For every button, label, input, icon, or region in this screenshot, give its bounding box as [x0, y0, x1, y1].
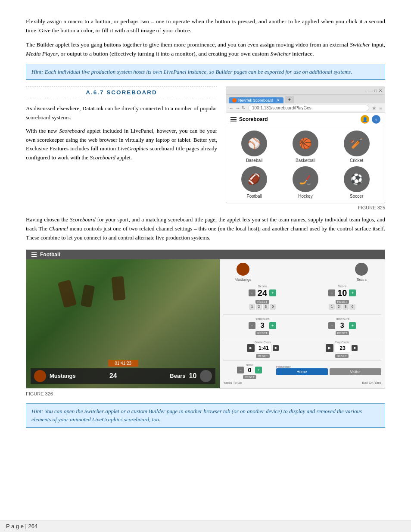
figure-326: Football 01:41:23: [26, 249, 385, 389]
down-reset-btn[interactable]: RESET: [243, 375, 256, 379]
tab-close-icon[interactable]: ✕: [277, 98, 280, 103]
away-team-label: Bears: [342, 277, 381, 282]
away-timeout-plus[interactable]: +: [349, 322, 356, 329]
section-heading: A.6.7 SCOREBOARD: [26, 87, 217, 98]
away-timeout-val: 3: [337, 322, 347, 330]
away-team-score-overlay: 10: [189, 372, 196, 380]
close-icon[interactable]: ✕: [379, 88, 382, 93]
game-clock-section: Game Clock ▶ 1:41 ■ RESET: [223, 341, 302, 358]
away-timeout-reset-btn[interactable]: RESET: [336, 331, 349, 335]
divider-2: [223, 338, 381, 338]
hamburger-menu-icon[interactable]: [230, 117, 237, 121]
game-clock-label: Game Clock: [223, 341, 302, 344]
home-score-ctrl: Score − 24 + RESET 1 2 3: [223, 284, 301, 311]
away-team-col: Bears: [342, 263, 381, 282]
home-btn-1[interactable]: 1: [249, 304, 255, 310]
game-clock-stop-btn[interactable]: ■: [273, 345, 279, 351]
football-icon: 🏈: [241, 166, 267, 192]
minimize-icon[interactable]: —: [368, 88, 373, 93]
possession-home-btn[interactable]: Home: [276, 368, 328, 375]
sport-basketball[interactable]: 🏀 Basketball: [282, 131, 330, 163]
home-timeout-val: 3: [257, 322, 268, 330]
home-icon[interactable]: ⌂: [372, 115, 380, 124]
football-video-panel: 01:41:23 Mustangs 24 Bears 10: [26, 259, 220, 388]
section-para1: As discussed elsewhere, DataLink can be …: [26, 104, 217, 122]
basketball-icon: 🏀: [293, 131, 318, 156]
down-plus[interactable]: +: [255, 367, 262, 373]
sport-football[interactable]: 🏈 Football: [230, 166, 278, 199]
section-body: As discussed elsewhere, DataLink can be …: [26, 104, 217, 162]
intro-para2: The Builder applet lets you gang buttons…: [26, 40, 385, 59]
away-score-minus[interactable]: −: [328, 289, 335, 296]
home-timeout-ctrl: − 3 +: [223, 322, 301, 330]
home-timeout-reset-btn[interactable]: RESET: [255, 331, 269, 335]
down-section: Down − 0 + RESET: [223, 364, 276, 379]
game-clock-controls: ▶ 1:41 ■: [223, 344, 302, 352]
scoreboard-header-left: Scoreboard: [230, 116, 268, 122]
cricket-icon: 🏏: [344, 131, 370, 156]
play-clock-label: Play Clock: [302, 341, 381, 344]
away-timeout-minus[interactable]: −: [328, 322, 335, 329]
intro-para1: Flexibly assign a macro to a button, or …: [26, 17, 385, 35]
football-controls-panel: Mustangs Bears Score − 24: [220, 259, 385, 388]
timeouts-row: Timeouts − 3 + RESET Timeouts − 3: [223, 317, 381, 335]
hint-box-1: Hint: Each individual live production sy…: [26, 64, 385, 80]
possession-visitor-btn[interactable]: Visitor: [330, 368, 381, 375]
sports-grid: ⚾ Baseball 🏀 Basketball 🏏 Cricket 🏈 Foot…: [226, 126, 385, 203]
football-label: Football: [247, 194, 262, 199]
page-number: P a g e | 264: [6, 523, 37, 529]
home-team-label: Mustangs: [223, 277, 263, 282]
play-clock-reset-btn[interactable]: RESET: [335, 354, 349, 358]
down-label: Down: [223, 364, 276, 367]
spacer: [263, 263, 342, 282]
home-btn-3[interactable]: 3: [263, 304, 269, 310]
sport-baseball[interactable]: ⚾ Baseball: [230, 131, 278, 163]
home-timeout-minus[interactable]: −: [249, 322, 255, 329]
play-clock-play-btn[interactable]: ▶: [326, 344, 333, 352]
home-score-minus[interactable]: −: [249, 289, 255, 296]
sport-cricket[interactable]: 🏏 Cricket: [333, 131, 380, 163]
browser-toolbar: ← → ↻ 100.1.131/scoreboard/PlayGes ★ ≡: [226, 103, 385, 113]
down-minus[interactable]: −: [237, 367, 244, 373]
football-hamburger-icon[interactable]: [31, 252, 37, 257]
away-btn-6[interactable]: 6: [349, 304, 355, 310]
home-score-reset-btn[interactable]: RESET: [255, 300, 269, 304]
game-clock-play-btn[interactable]: ▶: [247, 344, 255, 352]
home-btn-6[interactable]: 6: [270, 304, 276, 310]
game-clock-reset-btn[interactable]: RESET: [256, 354, 269, 358]
home-btn-2[interactable]: 2: [256, 304, 262, 310]
play-clock-stop-btn[interactable]: ■: [352, 345, 358, 351]
away-btn-3[interactable]: 3: [342, 304, 349, 310]
home-timeout-plus[interactable]: +: [269, 322, 276, 329]
address-bar[interactable]: 100.1.131/scoreboard/PlayGes: [248, 105, 369, 111]
home-score-buttons: − 24 +: [223, 288, 301, 298]
teams-row: Mustangs Bears: [223, 263, 381, 282]
away-team-avatar: [355, 263, 368, 276]
play-clock-val: 23: [335, 344, 350, 352]
refresh-icon[interactable]: ↻: [242, 105, 246, 111]
away-btn-2[interactable]: 2: [336, 304, 342, 310]
baseball-icon: ⚾: [241, 131, 267, 156]
home-score-val: 24: [257, 288, 268, 298]
browser-tab-scoreboard[interactable]: NewTek Scoreboard ✕: [229, 97, 283, 103]
away-timeout-ctrl: − 3 +: [303, 322, 381, 330]
sport-hockey[interactable]: 🏒 Hockey: [282, 166, 330, 199]
away-score-reset-btn[interactable]: RESET: [336, 300, 349, 304]
back-icon[interactable]: ←: [229, 105, 234, 111]
bookmark-icon[interactable]: ★: [372, 105, 377, 111]
forward-icon[interactable]: →: [235, 105, 240, 111]
home-score-plus[interactable]: +: [269, 289, 276, 296]
maximize-icon[interactable]: □: [374, 88, 377, 93]
game-clock-val: 1:41: [256, 344, 271, 352]
home-timeouts: Timeouts − 3 + RESET: [223, 317, 301, 335]
user-icon[interactable]: 👤: [361, 115, 369, 124]
away-btn-1[interactable]: 1: [329, 304, 335, 310]
play-clock-controls: ▶ 23 ■: [302, 344, 381, 352]
scoreboard-header-right: 👤 ⌂: [361, 115, 380, 124]
away-score-plus[interactable]: +: [349, 289, 356, 296]
menu-icon[interactable]: ≡: [379, 105, 382, 111]
football-body: 01:41:23 Mustangs 24 Bears 10: [26, 259, 385, 388]
new-tab-button[interactable]: +: [285, 96, 294, 103]
sport-soccer[interactable]: ⚽ Soccer: [333, 166, 380, 199]
away-score-label: Score: [303, 284, 381, 288]
